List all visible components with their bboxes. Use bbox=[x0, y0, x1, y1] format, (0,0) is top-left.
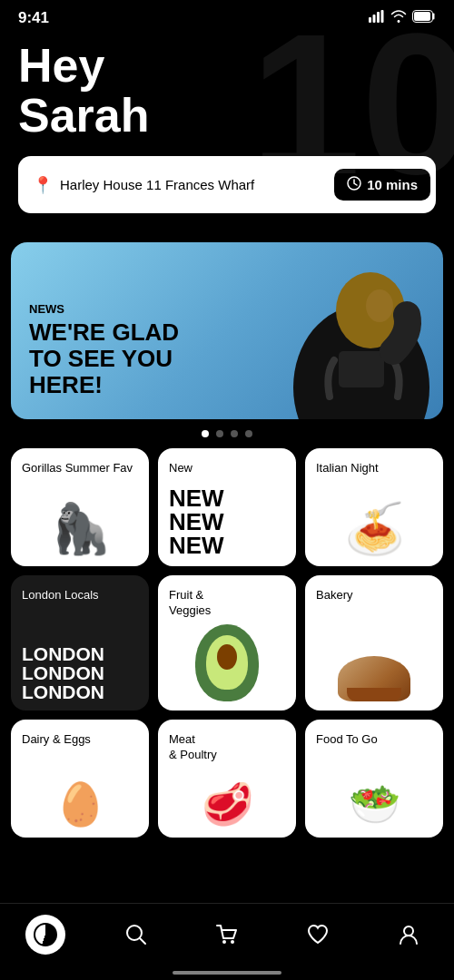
location-left: 📍 Harley House 11 Frances Wharf bbox=[33, 175, 254, 195]
london-big-text: LONDONLONDONLONDON bbox=[22, 644, 138, 701]
category-food-to-go[interactable]: Food To Go 🥗 bbox=[305, 720, 443, 838]
new-label: New bbox=[169, 461, 285, 476]
delivery-time-badge[interactable]: 10 mins bbox=[334, 169, 430, 201]
category-bakery[interactable]: Bakery bbox=[305, 575, 443, 710]
dairy-image: 🥚 bbox=[22, 753, 138, 828]
nav-home[interactable] bbox=[25, 915, 65, 955]
nav-profile[interactable] bbox=[389, 915, 429, 955]
search-icon bbox=[116, 915, 156, 955]
banner-content: NEWS WE'RE GLAD TO SEE YOU HERE! bbox=[11, 284, 229, 419]
svg-point-14 bbox=[404, 926, 413, 936]
profile-icon bbox=[389, 915, 429, 955]
signal-icon bbox=[369, 10, 385, 26]
banner-person-illustration bbox=[252, 242, 443, 419]
header: 10 HeySarah 📍 Harley House 11 Frances Wh… bbox=[0, 32, 454, 231]
food-to-go-label: Food To Go bbox=[316, 732, 432, 748]
new-big-text: NEWNEWNEW bbox=[169, 486, 285, 557]
london-locals-label: London Locals bbox=[22, 588, 138, 603]
dairy-eggs-label: Dairy & Eggs bbox=[22, 732, 138, 748]
category-new[interactable]: New NEWNEWNEW bbox=[158, 448, 296, 566]
nav-wishlist[interactable] bbox=[298, 915, 338, 955]
category-gorillas-summer[interactable]: Gorillas Summer Fav 🦍 bbox=[11, 448, 149, 566]
svg-rect-0 bbox=[369, 17, 371, 23]
svg-point-12 bbox=[222, 940, 226, 944]
wifi-icon bbox=[390, 10, 407, 26]
location-address: Harley House 11 Frances Wharf bbox=[60, 177, 254, 192]
dot-1[interactable] bbox=[202, 430, 209, 437]
home-pie-icon bbox=[34, 923, 57, 946]
dot-3[interactable] bbox=[231, 430, 238, 437]
heart-icon bbox=[298, 915, 338, 955]
nav-cart[interactable] bbox=[207, 915, 247, 955]
banner-section: NEWS WE'RE GLAD TO SEE YOU HERE! bbox=[0, 231, 454, 419]
banner-label: NEWS bbox=[29, 302, 211, 316]
dot-2[interactable] bbox=[216, 430, 223, 437]
category-grid: Gorillas Summer Fav 🦍 New NEWNEWNEW Ital… bbox=[0, 445, 454, 841]
banner-title: WE'RE GLAD TO SEE YOU HERE! bbox=[29, 319, 211, 397]
svg-rect-1 bbox=[373, 15, 376, 23]
svg-point-9 bbox=[366, 289, 393, 322]
food-to-go-image: 🥗 bbox=[316, 753, 432, 828]
avocado-image bbox=[169, 624, 285, 701]
gorillas-label: Gorillas Summer Fav bbox=[22, 461, 138, 476]
meat-image: 🥩 bbox=[169, 769, 285, 828]
battery-icon bbox=[412, 10, 436, 26]
svg-rect-3 bbox=[381, 10, 384, 23]
category-meat-poultry[interactable]: Meat& Poultry 🥩 bbox=[158, 720, 296, 838]
dot-4[interactable] bbox=[245, 430, 252, 437]
cart-icon bbox=[207, 915, 247, 955]
location-pin-icon: 📍 bbox=[33, 175, 53, 195]
italian-night-image: 🍝 bbox=[316, 482, 432, 557]
svg-rect-10 bbox=[339, 351, 384, 387]
bread-image bbox=[316, 609, 432, 701]
meat-poultry-label: Meat& Poultry bbox=[169, 732, 285, 763]
status-bar: 9:41 bbox=[0, 0, 454, 32]
bottom-nav bbox=[0, 903, 454, 980]
home-indicator bbox=[173, 971, 281, 975]
location-bar[interactable]: 📍 Harley House 11 Frances Wharf 10 mins bbox=[18, 156, 436, 213]
fruit-veggies-label: Fruit &Veggies bbox=[169, 588, 285, 619]
category-italian-night[interactable]: Italian Night 🍝 bbox=[305, 448, 443, 566]
svg-point-13 bbox=[231, 940, 234, 944]
nav-search[interactable] bbox=[116, 915, 156, 955]
clock-icon bbox=[347, 176, 361, 193]
svg-rect-2 bbox=[377, 12, 380, 23]
greeting: HeySarah bbox=[18, 41, 436, 140]
category-london-locals[interactable]: London Locals LONDONLONDONLONDON bbox=[11, 575, 149, 710]
bakery-label: Bakery bbox=[316, 588, 432, 603]
status-time: 9:41 bbox=[18, 9, 49, 27]
italian-night-label: Italian Night bbox=[316, 461, 432, 476]
svg-rect-5 bbox=[414, 12, 430, 21]
category-fruit-veggies[interactable]: Fruit &Veggies bbox=[158, 575, 296, 710]
gorilla-emoji: 🦍 bbox=[22, 500, 138, 557]
delivery-time: 10 mins bbox=[367, 177, 418, 192]
banner-card[interactable]: NEWS WE'RE GLAD TO SEE YOU HERE! bbox=[11, 242, 443, 419]
carousel-dots bbox=[0, 419, 454, 445]
status-icons bbox=[369, 10, 436, 26]
category-dairy-eggs[interactable]: Dairy & Eggs 🥚 bbox=[11, 720, 149, 838]
home-icon bbox=[25, 915, 65, 955]
